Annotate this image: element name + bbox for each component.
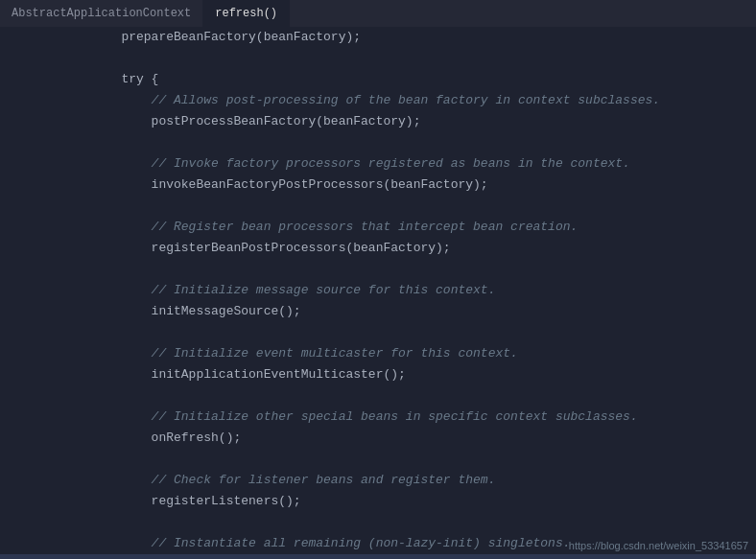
line-text: [58, 385, 756, 407]
code-line: // Check for listener beans and register…: [0, 470, 756, 491]
line-indicator: [0, 259, 19, 280]
code-line: [0, 48, 756, 69]
code-line: [0, 512, 756, 533]
code-token: // Initialize other special beans in spe…: [61, 409, 638, 424]
line-text: [58, 259, 756, 280]
code-token: // Check for listener beans and register…: [61, 473, 495, 487]
line-indicator: [0, 132, 19, 153]
line-indicator: [0, 217, 19, 238]
tab-label-2: refresh(): [215, 7, 277, 20]
breakpoint-indicator: [19, 385, 38, 407]
breakpoint-indicator: [19, 132, 38, 153]
code-line: [0, 449, 756, 470]
code-line: [0, 196, 756, 217]
code-token: initApplicationEventMulticaster();: [61, 367, 406, 382]
code-line: [0, 132, 756, 153]
line-indicator: [0, 407, 19, 428]
line-text: // Initialize event multicaster for this…: [58, 343, 756, 364]
line-indicator: [0, 280, 19, 301]
line-indicator: [0, 153, 19, 175]
code-line: [0, 322, 756, 343]
breakpoint-indicator: [19, 470, 38, 491]
breakpoint-indicator: [19, 280, 38, 301]
line-text: // Invoke factory processors registered …: [58, 153, 756, 175]
breakpoint-indicator: [19, 407, 38, 428]
line-text: // Initialize message source for this co…: [58, 280, 756, 301]
code-token: try {: [61, 72, 158, 86]
code-token: registerBeanPostProcessors(beanFactory);: [61, 241, 451, 255]
line-indicator: [0, 175, 19, 196]
line-indicator: [0, 69, 19, 90]
line-text: [58, 132, 756, 153]
breakpoint-indicator: [19, 554, 38, 559]
line-text: // Register bean processors that interce…: [58, 217, 756, 238]
breakpoint-indicator: [19, 153, 38, 175]
code-line: [0, 259, 756, 280]
line-indicator: [0, 196, 19, 217]
breakpoint-indicator: [19, 111, 38, 132]
line-text: prepareBeanFactory(beanFactory);: [58, 27, 756, 48]
code-line: initApplicationEventMulticaster();: [0, 364, 756, 385]
code-line: // Invoke factory processors registered …: [0, 153, 756, 175]
line-text: finishBeanFactoryInitialization(beanFact…: [58, 554, 756, 559]
tab-abstract-application-context[interactable]: AbstractApplicationContext: [0, 0, 203, 27]
code-token: // Allows post-processing of the bean fa…: [61, 93, 660, 107]
code-token: // Initialize message source for this co…: [61, 283, 495, 297]
line-text: [58, 48, 756, 69]
breakpoint-indicator: [19, 428, 38, 449]
line-indicator: [0, 428, 19, 449]
line-text: // Initialize other special beans in spe…: [58, 407, 756, 428]
breakpoint-indicator: [19, 48, 38, 69]
code-token: // Instantiate all remaining (non-lazy-i…: [61, 536, 571, 550]
line-indicator: [0, 512, 19, 533]
line-indicator: [0, 491, 19, 512]
code-token: registerListeners();: [61, 494, 301, 508]
code-token: // Register bean processors that interce…: [61, 220, 578, 234]
code-line: registerListeners();: [0, 491, 756, 512]
line-text: registerListeners();: [58, 491, 756, 512]
code-area: prepareBeanFactory(beanFactory); try { /…: [0, 27, 756, 559]
line-text: postProcessBeanFactory(beanFactory);: [58, 111, 756, 132]
breakpoint-indicator: [19, 175, 38, 196]
line-indicator: [0, 111, 19, 132]
line-indicator: [0, 533, 19, 554]
breakpoint-indicator: [19, 512, 38, 533]
line-indicator: [0, 385, 19, 407]
line-text: [58, 196, 756, 217]
line-text: // Check for listener beans and register…: [58, 470, 756, 491]
breakpoint-indicator: [19, 533, 38, 554]
code-line: postProcessBeanFactory(beanFactory);: [0, 111, 756, 132]
line-indicator: [0, 301, 19, 322]
line-indicator: [0, 48, 19, 69]
line-indicator: [0, 364, 19, 385]
breakpoint-indicator: [19, 449, 38, 470]
watermark: https://blog.csdn.net/weixin_53341657: [569, 540, 748, 551]
line-indicator: [0, 449, 19, 470]
tab-refresh[interactable]: refresh(): [203, 0, 290, 27]
breakpoint-indicator: [19, 238, 38, 259]
code-token: // Invoke factory processors registered …: [61, 156, 630, 171]
line-text: initApplicationEventMulticaster();: [58, 364, 756, 385]
code-line: // Initialize other special beans in spe…: [0, 407, 756, 428]
code-line: registerBeanPostProcessors(beanFactory);: [0, 238, 756, 259]
line-text: registerBeanPostProcessors(beanFactory);: [58, 238, 756, 259]
code-line: finishBeanFactoryInitialization(beanFact…: [0, 554, 756, 559]
code-line: [0, 385, 756, 407]
line-indicator: [0, 27, 19, 48]
breakpoint-indicator: [19, 217, 38, 238]
tab-label-1: AbstractApplicationContext: [12, 7, 191, 20]
line-text: [58, 322, 756, 343]
line-indicator: [0, 554, 19, 559]
code-token: initMessageSource();: [61, 304, 301, 318]
code-line: // Register bean processors that interce…: [0, 217, 756, 238]
line-text: [58, 512, 756, 533]
breakpoint-indicator: [19, 90, 38, 111]
code-line: // Allows post-processing of the bean fa…: [0, 90, 756, 111]
line-indicator: [0, 470, 19, 491]
editor-container: AbstractApplicationContext refresh() pre…: [0, 0, 756, 559]
line-indicator: [0, 90, 19, 111]
breakpoint-indicator: [19, 322, 38, 343]
breakpoint-indicator: [19, 69, 38, 90]
code-line: // Initialize event multicaster for this…: [0, 343, 756, 364]
code-line: onRefresh();: [0, 428, 756, 449]
